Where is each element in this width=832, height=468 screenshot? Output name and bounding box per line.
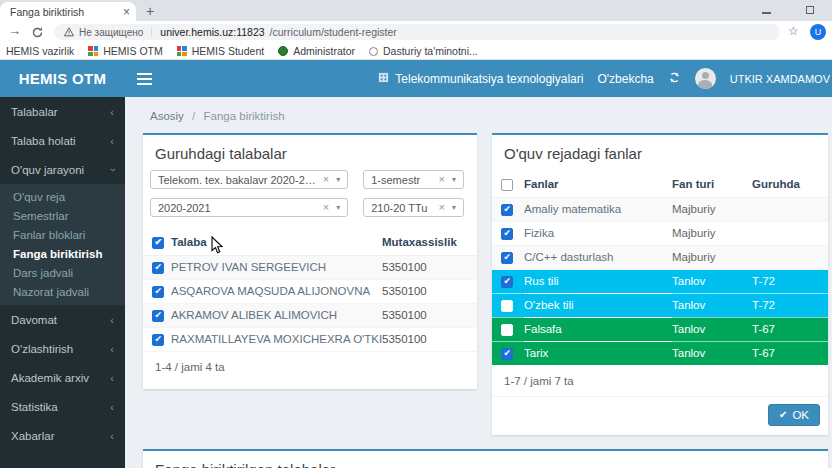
submenu-item-semestrlar[interactable]: Semestrlar: [0, 206, 125, 225]
clear-icon[interactable]: ×: [323, 202, 329, 213]
submenu-label: Semestrlar: [13, 210, 69, 222]
filter-semester-select[interactable]: 1-semestr × ▾: [363, 170, 464, 189]
browser-tabstrip: Fanga biriktirish × +: [0, 0, 832, 21]
subjects-count-summary: 1-7 / jami 7 ta: [492, 366, 828, 396]
check-icon: ✔: [779, 409, 787, 420]
bookmark-hemis-student[interactable]: HEMIS Student: [177, 45, 264, 57]
sidebar-item-oquv-jarayoni[interactable]: O'quv jarayoni ‹: [0, 155, 125, 184]
filter-group-select[interactable]: Telekom. tex. bakalavr 2020-2… × ▾: [150, 170, 348, 189]
select-all-checkbox[interactable]: [501, 179, 513, 191]
reload-icon[interactable]: [31, 25, 44, 43]
row-checkbox[interactable]: [501, 300, 513, 312]
squares-icon: [177, 46, 187, 56]
row-checkbox[interactable]: [501, 204, 513, 216]
url-host: univer.hemis.uz:11823: [160, 26, 264, 38]
app-logo[interactable]: HEMIS OTM: [0, 60, 125, 97]
row-checkbox[interactable]: [152, 262, 164, 274]
row-checkbox[interactable]: [501, 228, 513, 240]
column-header-talaba[interactable]: Talaba: [171, 230, 382, 255]
bookmark-hemis-otm[interactable]: HEMIS OTM: [88, 45, 163, 57]
column-header-guruhda[interactable]: Guruhda: [752, 172, 828, 197]
subject-name: Falsafa: [524, 317, 672, 341]
filter-groupcode-select[interactable]: 210-20 TTu × ▾: [363, 198, 464, 217]
select-all-checkbox[interactable]: [152, 237, 164, 249]
row-checkbox[interactable]: [501, 276, 513, 288]
table-row[interactable]: ASQAROVA MAQSUDA ALIJONOVNA 5350100: [143, 279, 477, 303]
column-header-mutaxassislik[interactable]: Mutaxassislik: [382, 230, 477, 255]
ok-button[interactable]: ✔ OK: [768, 404, 820, 426]
table-row[interactable]: O'zbek tili Tanlov T-72: [492, 293, 828, 317]
row-checkbox[interactable]: [501, 252, 513, 264]
subject-type: Tanlov: [672, 317, 752, 341]
bookmark-dasturiy[interactable]: Dasturiy ta'minotni...: [369, 45, 478, 57]
sidebar-item-talaba-holati[interactable]: Talaba holati ‹: [0, 126, 125, 155]
subject-type: Majburiy: [672, 245, 752, 269]
browser-tab[interactable]: Fanga biriktirish ×: [0, 2, 136, 21]
table-row[interactable]: PETROV IVAN SERGEEVICH 5350100: [143, 255, 477, 279]
subject-group: T-72: [752, 269, 828, 293]
language-switcher[interactable]: O'zbekcha: [597, 72, 653, 86]
new-tab-icon[interactable]: +: [146, 3, 154, 19]
sidebar-item-xabarlar[interactable]: Xabarlar ‹: [0, 421, 125, 450]
clear-icon[interactable]: ×: [439, 174, 445, 185]
window-restore-icon[interactable]: [806, 6, 814, 14]
bookmark-label: HEMIS vazirlik: [6, 45, 74, 57]
table-row[interactable]: RAXMATILLAYEVA MOXICHEXRA O'TKIR QIZI 53…: [143, 327, 477, 351]
row-checkbox[interactable]: [501, 348, 513, 360]
refresh-icon[interactable]: [668, 70, 681, 88]
clear-icon[interactable]: ×: [439, 202, 445, 213]
address-bar[interactable]: Не защищено univer.hemis.uz:11823 /curri…: [54, 24, 780, 40]
table-row[interactable]: AKRAMOV ALIBEK ALIMOVICH 5350100: [143, 303, 477, 327]
clear-icon[interactable]: ×: [323, 174, 329, 185]
browser-profile-avatar[interactable]: U: [810, 24, 826, 40]
subject-group: T-67: [752, 341, 828, 365]
row-checkbox[interactable]: [152, 286, 164, 298]
chevron-down-icon: ‹: [106, 168, 118, 172]
sidebar-item-davomat[interactable]: Davomat ‹: [0, 305, 125, 334]
submenu-item-fanlar-bloklari[interactable]: Fanlar bloklari: [0, 225, 125, 244]
bookmark-hemis-vazirlik[interactable]: HEMIS vazirlik: [6, 45, 74, 57]
table-row[interactable]: Fizika Majburiy: [492, 221, 828, 245]
sidebar-item-label: Xabarlar: [11, 430, 54, 442]
topbar-right: Telekommunikatsiya texnologiyalari O'zbe…: [378, 68, 830, 89]
column-header-fanlar[interactable]: Fanlar: [524, 172, 672, 197]
breadcrumb-home[interactable]: Asosiy: [150, 110, 184, 122]
chevron-left-icon: ‹: [110, 135, 114, 147]
submenu-item-oquv-reja[interactable]: O'quv reja: [0, 187, 125, 206]
sidebar-item-label: O'zlashtirish: [11, 343, 73, 355]
sidebar-submenu: O'quv reja Semestrlar Fanlar bloklari Fa…: [0, 184, 125, 305]
table-row[interactable]: Rus tili Tanlov T-72: [492, 269, 828, 293]
table-row[interactable]: Falsafa Tanlov T-67: [492, 317, 828, 341]
row-checkbox[interactable]: [501, 324, 513, 336]
forward-icon[interactable]: →: [8, 23, 21, 38]
subject-type: Tanlov: [672, 269, 752, 293]
hamburger-menu-icon[interactable]: [137, 73, 152, 85]
sidebar-item-talabalar[interactable]: Talabalar ‹: [0, 97, 125, 126]
filter-year-select[interactable]: 2020-2021 × ▾: [150, 198, 348, 217]
subject-name: O'zbek tili: [524, 293, 672, 317]
user-name[interactable]: UTKIR XAMDAMOV: [730, 73, 830, 85]
bookmark-administrator[interactable]: Administrator: [278, 45, 355, 57]
table-row[interactable]: Amaliy matematika Majburiy: [492, 197, 828, 221]
column-header-fan-turi[interactable]: Fan turi: [672, 172, 752, 197]
subject-name: C/C++ dasturlash: [524, 245, 672, 269]
row-checkbox[interactable]: [152, 310, 164, 322]
tab-close-icon[interactable]: ×: [123, 6, 130, 18]
row-checkbox[interactable]: [152, 334, 164, 346]
sidebar-item-akademik-arxiv[interactable]: Akademik arxiv ‹: [0, 363, 125, 392]
submenu-item-nazorat-jadvali[interactable]: Nazorat jadvali: [0, 282, 125, 301]
window-minimize-icon[interactable]: [762, 12, 771, 14]
user-avatar[interactable]: [695, 68, 716, 89]
chevron-left-icon: ‹: [110, 106, 114, 118]
submenu-item-dars-jadvali[interactable]: Dars jadvali: [0, 263, 125, 282]
subjects-header-row: Fanlar Fan turi Guruhda: [492, 172, 828, 197]
table-row[interactable]: Tarix Tanlov T-67: [492, 341, 828, 365]
submenu-item-fanga-biriktirish[interactable]: Fanga biriktirish: [0, 244, 125, 263]
sidebar-item-ozlashtirish[interactable]: O'zlashtirish ‹: [0, 334, 125, 363]
sidebar-item-statistika[interactable]: Statistika ‹: [0, 392, 125, 421]
bookmark-star-icon[interactable]: ☆: [788, 24, 799, 38]
university-switcher[interactable]: Telekommunikatsiya texnologiyalari: [378, 72, 583, 86]
security-warning-icon: [64, 23, 74, 41]
table-row[interactable]: C/C++ dasturlash Majburiy: [492, 245, 828, 269]
bookmark-label: HEMIS OTM: [103, 45, 163, 57]
